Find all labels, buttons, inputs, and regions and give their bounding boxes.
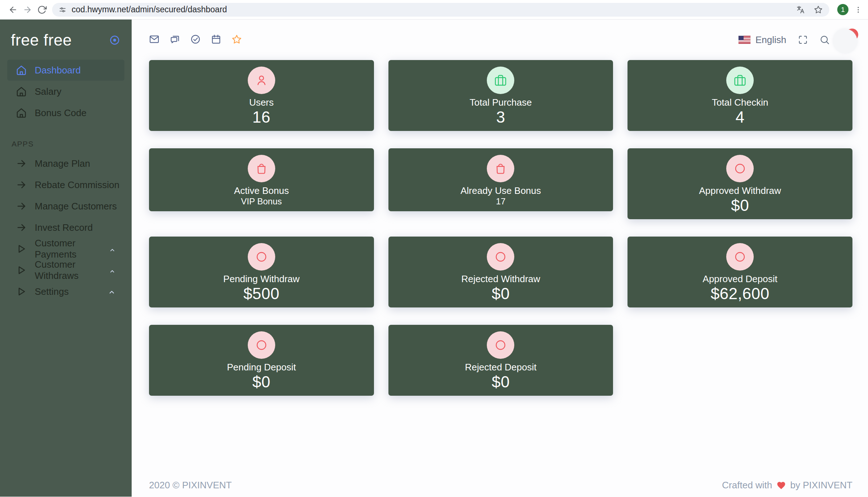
play-icon xyxy=(16,286,27,297)
card-title: Pending Withdraw xyxy=(156,273,367,284)
card-value: $0 xyxy=(396,373,606,391)
brand-logo[interactable]: free free xyxy=(11,31,72,49)
sidebar-item-invest-record[interactable]: Invest Record xyxy=(7,217,124,238)
stat-card-users[interactable]: Users16 xyxy=(149,60,374,131)
forward-arrow-icon xyxy=(23,5,32,14)
search-icon[interactable] xyxy=(820,35,830,45)
sidebar-item-salary[interactable]: Salary xyxy=(7,81,124,102)
home-icon xyxy=(16,107,27,118)
card-title: Active Bonus xyxy=(156,185,367,196)
top-navbar: English 5 xyxy=(149,20,852,60)
sidebar-item-settings[interactable]: Settings xyxy=(7,281,124,302)
sidebar-item-customer-payments[interactable]: Customer Payments xyxy=(7,238,124,259)
circle-icon xyxy=(487,243,514,271)
stat-card-total-purchase[interactable]: Total Purchase3 xyxy=(388,60,613,131)
circle-icon xyxy=(487,331,514,359)
url-bar[interactable]: cod.hwymw.net/admin/secured/dashboard xyxy=(52,3,829,17)
card-title: Already Use Bonus xyxy=(396,185,606,196)
home-icon xyxy=(16,65,27,76)
briefcase-icon xyxy=(726,67,754,94)
browser-profile-avatar[interactable]: 1 xyxy=(837,4,848,15)
apps-section-header: APPS xyxy=(12,140,132,148)
circle-icon xyxy=(494,250,507,263)
browser-reload-button[interactable] xyxy=(35,3,49,17)
stat-card-approved-withdraw[interactable]: Approved Withdraw$0 xyxy=(627,148,852,219)
card-value: 17 xyxy=(396,196,606,207)
card-value: 16 xyxy=(156,108,367,127)
card-value: $0 xyxy=(396,284,606,303)
fullscreen-icon[interactable] xyxy=(798,35,808,45)
sidebar-item-label: Manage Customers xyxy=(35,201,117,212)
sidebar-item-label: Customer Withdraws xyxy=(35,259,109,281)
sidebar-main-menu: DashboardSalaryBonus Code xyxy=(0,59,132,124)
stat-card-already-use-bonus[interactable]: Already Use Bonus17 xyxy=(388,148,613,211)
bag-icon xyxy=(248,155,275,182)
briefcase-icon xyxy=(733,74,746,87)
arrow-right-icon xyxy=(16,158,27,169)
url-text[interactable]: cod.hwymw.net/admin/secured/dashboard xyxy=(72,5,227,14)
bookmark-star-icon[interactable] xyxy=(814,5,823,14)
circle-icon xyxy=(494,339,507,352)
circle-icon xyxy=(733,250,746,263)
circle-icon xyxy=(248,331,275,359)
main-content: English 5 Users16Total Purchase3Total Ch… xyxy=(132,20,868,497)
sidebar-item-dashboard[interactable]: Dashboard xyxy=(7,60,124,81)
language-switcher[interactable]: English xyxy=(739,34,786,46)
card-value: $0 xyxy=(635,196,845,215)
browser-menu-button[interactable] xyxy=(854,6,862,14)
stat-card-approved-deposit[interactable]: Approved Deposit$62,600 xyxy=(627,237,852,307)
translate-icon[interactable] xyxy=(796,5,805,14)
browser-toolbar: cod.hwymw.net/admin/secured/dashboard 1 xyxy=(0,0,868,20)
sidebar-item-label: Dashboard xyxy=(35,65,81,76)
sidebar-item-customer-withdraws[interactable]: Customer Withdraws xyxy=(7,260,124,281)
circle-icon xyxy=(255,250,268,263)
stat-card-pending-deposit[interactable]: Pending Deposit$0 xyxy=(149,325,374,396)
favorites-shortcut-button[interactable] xyxy=(231,34,242,46)
card-title: Users xyxy=(156,97,367,108)
footer-copyright: 2020 © PIXINVENT xyxy=(149,480,232,491)
sidebar-item-manage-customers[interactable]: Manage Customers xyxy=(7,196,124,217)
chat-shortcut-button[interactable] xyxy=(170,34,180,46)
user-icon xyxy=(255,74,268,87)
bag-icon xyxy=(255,162,268,175)
check-circle-icon xyxy=(190,34,201,44)
sidebar-item-label: Rebate Commission xyxy=(35,179,119,191)
briefcase-icon xyxy=(487,67,514,94)
sidebar-item-rebate-commission[interactable]: Rebate Commission xyxy=(7,174,124,195)
stat-card-rejected-deposit[interactable]: Rejected Deposit$0 xyxy=(388,325,613,396)
stat-card-active-bonus[interactable]: Active BonusVIP Bonus xyxy=(149,148,374,211)
card-value: 3 xyxy=(396,108,606,127)
sidebar-item-manage-plan[interactable]: Manage Plan xyxy=(7,153,124,174)
sidebar-item-label: Salary xyxy=(35,86,61,97)
sidebar-toggle-disc-icon[interactable] xyxy=(109,35,120,46)
user-avatar-placeholder[interactable] xyxy=(833,29,857,53)
card-title: Approved Withdraw xyxy=(635,185,845,196)
stat-card-rejected-withdraw[interactable]: Rejected Withdraw$0 xyxy=(388,237,613,307)
reload-icon xyxy=(37,5,47,14)
bag-icon xyxy=(487,155,514,182)
stat-card-pending-withdraw[interactable]: Pending Withdraw$500 xyxy=(149,237,374,307)
play-icon xyxy=(16,265,27,276)
chevron-up-icon xyxy=(109,247,116,254)
card-title: Rejected Deposit xyxy=(396,362,606,373)
mail-shortcut-button[interactable] xyxy=(149,34,159,46)
browser-back-button[interactable] xyxy=(6,3,20,17)
todo-shortcut-button[interactable] xyxy=(190,34,201,46)
sidebar-item-label: Customer Payments xyxy=(35,238,109,260)
card-value: $500 xyxy=(156,284,367,303)
chevron-up-icon xyxy=(108,288,116,296)
circle-icon xyxy=(248,243,275,271)
card-value: 4 xyxy=(635,108,845,127)
sidebar-item-bonus-code[interactable]: Bonus Code xyxy=(7,102,124,123)
stat-card-total-checkin[interactable]: Total Checkin4 xyxy=(627,60,852,131)
circle-icon xyxy=(255,339,268,352)
sidebar: free free DashboardSalaryBonus Code APPS… xyxy=(0,20,132,497)
user-icon xyxy=(248,67,275,94)
chat-icon xyxy=(170,34,180,44)
sidebar-item-label: Settings xyxy=(35,286,69,297)
language-label[interactable]: English xyxy=(756,34,786,46)
calendar-shortcut-button[interactable] xyxy=(211,34,221,46)
site-settings-icon[interactable] xyxy=(59,6,67,14)
browser-forward-button[interactable] xyxy=(20,3,35,17)
card-title: Total Purchase xyxy=(396,97,606,108)
